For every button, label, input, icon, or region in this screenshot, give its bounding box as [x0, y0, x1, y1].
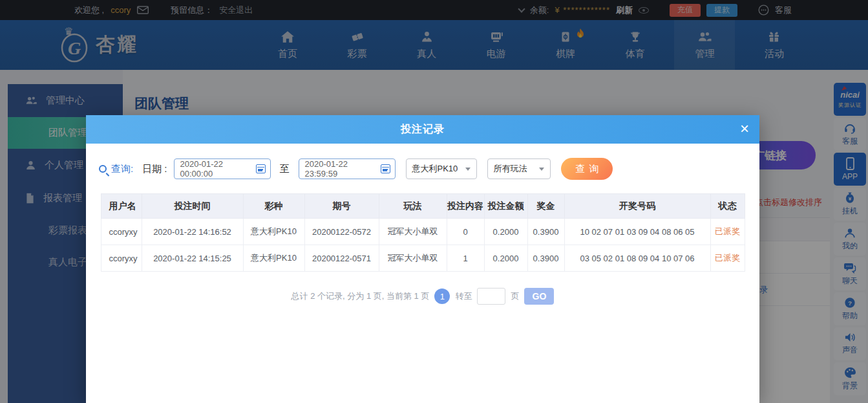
status-badge: 已派奖: [710, 219, 745, 245]
modal-header: 投注记录 ×: [86, 115, 759, 144]
pagination-summary: 总计 2 个记录, 分为 1 页, 当前第 1 页: [291, 290, 430, 302]
goto-label: 转至: [455, 290, 472, 302]
caret-down-icon: [465, 168, 471, 171]
close-icon[interactable]: ×: [740, 120, 749, 138]
col-lottery[interactable]: 彩种: [243, 194, 304, 219]
table-row: ccoryxy 2020-01-22 14:15:25 意大利PK10 2020…: [101, 245, 745, 272]
date-label: 日期 :: [142, 163, 167, 175]
col-play[interactable]: 玩法: [379, 194, 447, 219]
pagination: 总计 2 个记录, 分为 1 页, 当前第 1 页 1 转至 页 GO: [86, 288, 759, 305]
col-status[interactable]: 状态: [710, 194, 745, 219]
caret-down-icon: [539, 168, 544, 171]
calendar-icon[interactable]: [381, 164, 390, 173]
col-username[interactable]: 用户名: [101, 194, 142, 219]
go-button[interactable]: GO: [524, 288, 554, 305]
search-icon: [99, 165, 107, 173]
date-to-input[interactable]: 2020-01-22 23:59:59: [299, 158, 396, 179]
table-header-row: 用户名 投注时间 彩种 期号 玩法 投注内容 投注金额 奖金 开奖号码 状态: [101, 194, 745, 219]
page-number-button[interactable]: 1: [434, 289, 450, 304]
date-from-input[interactable]: 2020-01-22 00:00:00: [174, 158, 271, 179]
calendar-icon[interactable]: [256, 164, 266, 173]
page-unit-label: 页: [511, 290, 519, 302]
goto-page-input[interactable]: [477, 288, 505, 305]
search-toolbar: 查询: 日期 : 2020-01-22 00:00:00 至 2020-01-2…: [99, 158, 759, 180]
search-button[interactable]: 查询: [561, 158, 613, 180]
status-badge: 已派奖: [710, 245, 745, 272]
bet-records-table: 用户名 投注时间 彩种 期号 玩法 投注内容 投注金额 奖金 开奖号码 状态 c…: [101, 193, 745, 272]
col-amount[interactable]: 投注金额: [484, 194, 527, 219]
col-content[interactable]: 投注内容: [447, 194, 484, 219]
lottery-select[interactable]: 意大利PK10: [406, 158, 477, 179]
col-draw-numbers[interactable]: 开奖号码: [564, 194, 710, 219]
bet-records-modal: 投注记录 × 查询: 日期 : 2020-01-22 00:00:00 至 20…: [86, 115, 759, 403]
modal-title: 投注记录: [401, 123, 445, 136]
query-label: 查询:: [111, 163, 133, 175]
col-prize[interactable]: 奖金: [527, 194, 564, 219]
col-bet-time[interactable]: 投注时间: [142, 194, 243, 219]
col-issue[interactable]: 期号: [304, 194, 379, 219]
table-row: ccoryxy 2020-01-22 14:16:52 意大利PK10 2020…: [101, 219, 745, 245]
to-label: 至: [280, 163, 290, 175]
playtype-select[interactable]: 所有玩法: [487, 158, 551, 179]
